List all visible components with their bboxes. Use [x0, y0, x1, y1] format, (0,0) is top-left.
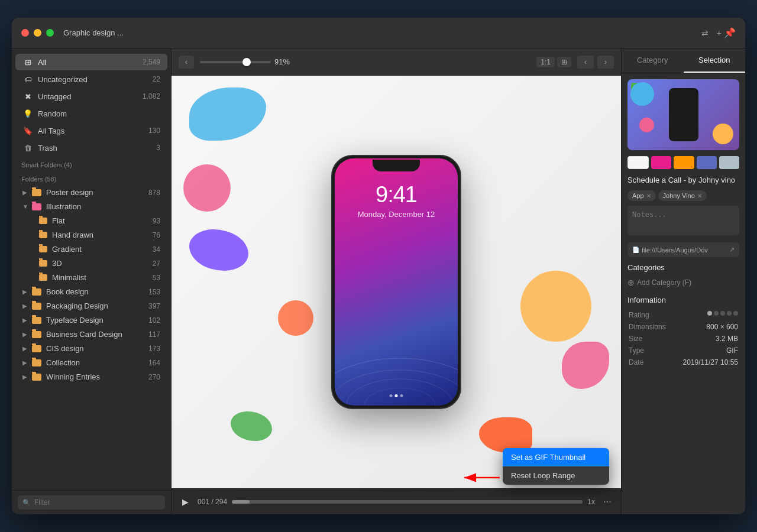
- subfolder-gradient[interactable]: Gradient 34: [15, 242, 167, 256]
- swatch-2[interactable]: [651, 156, 671, 169]
- progress-track[interactable]: [232, 500, 583, 504]
- expand-icon: ▶: [22, 345, 30, 352]
- subfolder-minimalist[interactable]: Minimalist 53: [15, 271, 167, 284]
- swap-icon[interactable]: ⇄: [699, 27, 711, 39]
- open-file-icon[interactable]: ↗: [729, 246, 735, 254]
- tb1: [630, 82, 654, 106]
- set-gif-thumbnail-item[interactable]: Set as GIF Thumbnail: [503, 448, 609, 466]
- zoom-value: 91%: [274, 57, 290, 66]
- swatch-1[interactable]: [627, 156, 649, 169]
- sidebar-item-trash[interactable]: 🗑 Trash 3: [15, 140, 167, 156]
- tag-app-remove[interactable]: ✕: [646, 193, 651, 199]
- filter-input[interactable]: [18, 495, 165, 510]
- zoom-track[interactable]: [200, 61, 271, 63]
- folder-winning-entries[interactable]: ▶ Winning Entries 270: [15, 370, 167, 384]
- random-icon: 💡: [22, 108, 33, 119]
- minimize-button[interactable]: [34, 29, 41, 37]
- folder-poster-design[interactable]: ▶ Poster design 878: [15, 186, 167, 199]
- folder-icon: [32, 203, 41, 210]
- file-path: file:///Users/Augus/Dov: [642, 246, 708, 254]
- sidebar-item-all-tags[interactable]: 🔖 All Tags 130: [15, 122, 167, 139]
- folder-icon: [32, 189, 41, 196]
- expand-icon: ▶: [22, 331, 30, 338]
- thumb-inner: [627, 79, 739, 150]
- swatch-3[interactable]: [674, 156, 694, 169]
- folder-illustration[interactable]: ▼ Illustration: [15, 200, 167, 213]
- current-frame: 001: [198, 498, 209, 506]
- phone-curves: [335, 287, 458, 406]
- playback-bar: ▶ 001 / 294 1x ··· Set as GIF Thumbnail …: [172, 488, 621, 514]
- main-layout: ⊞ All 2,549 🏷 Uncategorized 22 ✖ Untagge…: [12, 48, 745, 514]
- progress-fill: [232, 500, 250, 504]
- rating-dot-1: [707, 311, 712, 316]
- swatch-4[interactable]: [697, 156, 717, 169]
- expand-icon: ▶: [22, 303, 30, 309]
- folder-collection[interactable]: ▶ Collection 164: [15, 356, 167, 369]
- context-menu: Set as GIF Thumbnail Reset Loop Range: [503, 448, 609, 485]
- folder-icon: [32, 303, 41, 310]
- subfolder-flat[interactable]: Flat 93: [15, 214, 167, 228]
- next-image-button[interactable]: ›: [597, 56, 614, 69]
- plus-icon: ⊕: [627, 278, 635, 287]
- tab-category[interactable]: Category: [622, 48, 684, 73]
- notes-input[interactable]: [627, 206, 739, 235]
- folder-business-card[interactable]: ▶ Business Card Design 117: [15, 327, 167, 341]
- rating-dot-4: [727, 311, 732, 316]
- file-icon: 📄: [632, 246, 639, 253]
- tb3: [639, 118, 654, 132]
- zoom-1x1-button[interactable]: 1:1: [536, 57, 555, 67]
- folder-label: Graphic design ...: [63, 28, 124, 37]
- folder-cis-design[interactable]: ▶ CIS design 173: [15, 342, 167, 355]
- preview-area: 9:41 Monday, December 12: [172, 76, 621, 488]
- titlebar-content: Graphic design ... ⇄ +: [63, 27, 724, 39]
- smart-folders-label: Smart Folders (4): [12, 157, 171, 171]
- blob-pink-left: [183, 164, 231, 212]
- folder-icon: [32, 288, 41, 296]
- add-icon[interactable]: +: [714, 27, 724, 39]
- file-link[interactable]: 📄 file:///Users/Augus/Dov ↗: [627, 242, 739, 257]
- zoom-thumb[interactable]: [242, 58, 251, 66]
- maximize-button[interactable]: [46, 29, 54, 37]
- add-category-button[interactable]: ⊕ Add Category (F): [627, 275, 739, 290]
- traffic-lights: [21, 29, 54, 37]
- sidebar-items: ⊞ All 2,549 🏷 Uncategorized 22 ✖ Untagge…: [12, 48, 171, 490]
- sidebar-item-random[interactable]: 💡 Random: [15, 105, 167, 122]
- phone-dots: [390, 394, 403, 397]
- info-row-type: Type GIF: [629, 345, 738, 356]
- asset-title: Schedule a Call - by Johny vino: [627, 175, 739, 186]
- sidebar-item-all[interactable]: ⊞ All 2,549: [15, 54, 167, 70]
- subfolder-hand-drawn[interactable]: Hand drawn 76: [15, 228, 167, 242]
- tag-johny-vino[interactable]: Johny Vino ✕: [658, 190, 707, 201]
- close-button[interactable]: [21, 29, 29, 37]
- toolbar: ‹ 91% 1:1 ⊞ ‹ ›: [172, 48, 621, 76]
- tb2: [713, 124, 733, 144]
- tab-selection[interactable]: Selection: [684, 48, 746, 73]
- titlebar: Graphic design ... ⇄ + 📌: [12, 18, 745, 48]
- svg-point-0: [335, 358, 458, 406]
- folders-label: Folders (58): [12, 171, 171, 185]
- trash-icon: 🗑: [22, 142, 33, 153]
- folder-typeface-design[interactable]: ▶ Typeface Design 102: [15, 313, 167, 327]
- zoom-fit-button[interactable]: ⊞: [557, 57, 571, 67]
- folder-icon: [32, 331, 41, 338]
- gif-preview: 9:41 Monday, December 12: [172, 76, 621, 488]
- subfolder-3d[interactable]: 3D 27: [15, 257, 167, 270]
- tag-app[interactable]: App ✕: [627, 190, 656, 201]
- sidebar-item-untagged[interactable]: ✖ Untagged 1,082: [15, 88, 167, 105]
- swatch-5[interactable]: [719, 156, 739, 169]
- sidebar-item-uncategorized[interactable]: 🏷 Uncategorized 22: [15, 71, 167, 87]
- information-header: Information: [627, 296, 739, 304]
- tag-johny-vino-remove[interactable]: ✕: [697, 193, 702, 199]
- folder-packaging-design[interactable]: ▶ Packaging Design 397: [15, 299, 167, 313]
- blob-purple: [189, 229, 248, 271]
- pin-icon[interactable]: 📌: [724, 27, 736, 38]
- play-button[interactable]: ▶: [177, 494, 193, 510]
- folder-icon: [39, 246, 47, 252]
- more-options-button[interactable]: ···: [600, 494, 615, 510]
- prev-image-button[interactable]: ‹: [577, 56, 594, 69]
- rating-dot-2: [714, 311, 719, 316]
- preview-thumbnail: GIF: [627, 79, 739, 150]
- reset-loop-range-item[interactable]: Reset Loop Range: [503, 466, 609, 485]
- back-button[interactable]: ‹: [179, 56, 194, 69]
- folder-book-design[interactable]: ▶ Book design 153: [15, 285, 167, 299]
